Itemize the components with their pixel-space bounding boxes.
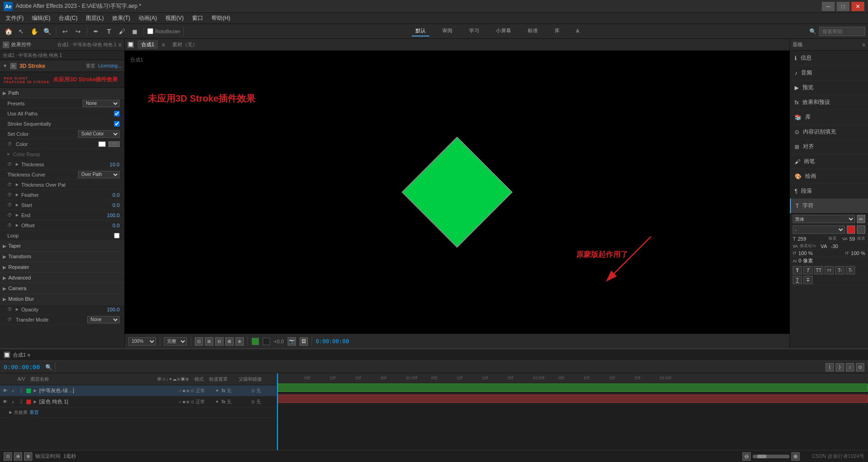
snapshot-btn[interactable]: 📷 — [288, 337, 296, 346]
layer-parent-2[interactable]: 无 — [256, 399, 275, 405]
layer-track-1[interactable]: 无 — [227, 388, 250, 394]
undo-btn[interactable]: ↩ — [60, 26, 71, 37]
collapse-top[interactable]: ▶ — [16, 182, 18, 187]
menu-view[interactable]: 视图(V) — [162, 13, 187, 23]
font-style-select[interactable]: - — [793, 225, 845, 234]
transfer-mode-select[interactable]: None — [87, 316, 120, 323]
layer-row-1[interactable]: 👁 ♪ 1 ▶ [中等灰色-绿…] ☆ ■ ⊗ ⊙ 正常 ✦ fx 无 ⊙ 无 — [0, 385, 277, 396]
layer-expand-2[interactable]: ▶ — [32, 400, 38, 404]
layer-solo-1[interactable]: ☆ — [178, 389, 182, 393]
taper-header[interactable]: ▶ Taper — [0, 241, 124, 251]
stopwatch-opacity[interactable]: ⏱ — [7, 307, 12, 312]
scale-h-val[interactable]: 100 % — [798, 250, 840, 256]
collapse-feather[interactable]: ▶ — [16, 193, 18, 197]
tl-foot-btn3[interactable]: ⊗ — [24, 452, 32, 461]
tl-btn3[interactable]: ↕ — [846, 363, 854, 371]
close-btn[interactable]: ✕ — [851, 2, 864, 11]
use-all-paths-checkbox[interactable] — [114, 111, 120, 116]
color-red-box[interactable] — [847, 225, 855, 234]
comp-tab-menu[interactable]: ≡ — [162, 42, 165, 48]
layer-row-2[interactable]: 👁 ♪ 2 ▶ [蓝色 纯色 1] ☆ ■ ⊗ ⊙ 正常 ✦ fx 无 ⊙ 无 — [0, 396, 277, 407]
stopwatch-transfer[interactable]: ⏱ — [7, 317, 12, 322]
presets-select[interactable]: None — [83, 100, 120, 107]
tl-zoom-in[interactable]: ⊕ — [791, 452, 800, 461]
tab-default[interactable]: 默认 — [412, 26, 429, 36]
roto-bezier-input[interactable] — [147, 28, 153, 34]
tl-btn2[interactable]: ⟩ — [836, 363, 844, 371]
menu-layer[interactable]: 图层(L) — [82, 13, 108, 23]
menu-effect[interactable]: 效果(T) — [108, 13, 134, 23]
strikethrough-btn[interactable]: T — [803, 276, 813, 284]
bottom-comp-tab[interactable]: 合成1 ≡ — [13, 352, 30, 359]
restore-btn[interactable]: 重置 — [30, 409, 39, 416]
stopwatch-offset[interactable]: ⏱ — [7, 223, 12, 228]
stopwatch-start[interactable]: ⏱ — [7, 202, 12, 207]
search-input[interactable] — [819, 27, 865, 36]
collapse-start[interactable]: ▶ — [16, 203, 18, 207]
redo-btn[interactable]: ↪ — [72, 26, 84, 37]
collapse-arrow[interactable]: ▼ — [3, 63, 7, 68]
transform-header[interactable]: ▶ Transform — [0, 251, 124, 261]
offset-value[interactable]: 0.0 — [113, 223, 120, 228]
exposure-btn[interactable]: ⊕ — [235, 337, 244, 346]
effects-presets-item[interactable]: fx 效果和预设 — [790, 95, 868, 110]
camera-header[interactable]: ▶ Camera — [0, 283, 124, 293]
smallcaps-btn[interactable]: TT — [825, 266, 834, 274]
brush-tool[interactable]: 🖌 — [116, 26, 127, 37]
tl-btn4[interactable]: ⊙ — [856, 363, 864, 371]
font-edit-btn[interactable]: ✏ — [857, 215, 865, 223]
tl-foot-btn2[interactable]: ⊕ — [14, 452, 22, 461]
color-options-btn[interactable]: ⋯ — [108, 141, 120, 147]
menu-help[interactable]: 帮助(H) — [208, 13, 234, 23]
layer-motion-1[interactable]: ⊗ — [186, 389, 190, 393]
roto-bezier-checkbox[interactable]: RotoBezier — [147, 28, 180, 34]
paint-item[interactable]: 🎨 绘画 — [790, 169, 868, 184]
layer-track-2[interactable]: 无 — [227, 399, 250, 405]
home-btn[interactable]: 🏠 — [3, 26, 14, 37]
color-swatch2-viewer[interactable] — [263, 338, 270, 345]
brush-item[interactable]: 🖌 画笔 — [790, 154, 868, 169]
underline-btn[interactable]: T — [793, 276, 802, 284]
right-panel-menu[interactable]: ≡ — [862, 42, 865, 48]
info-item[interactable]: ℹ 信息 — [790, 51, 868, 66]
tab-lib[interactable]: 库 — [551, 26, 563, 36]
pen-tool[interactable]: ✒ — [90, 26, 102, 37]
layer-parent-1[interactable]: 无 — [256, 388, 275, 394]
font-select[interactable]: 黑体 — [793, 215, 855, 223]
layer-solo-2[interactable]: ☆ — [178, 400, 182, 404]
snapshot-show-btn[interactable]: 🖼 — [300, 337, 308, 346]
paragraph-item[interactable]: ¶ 段落 — [790, 184, 868, 199]
maximize-btn[interactable]: □ — [837, 2, 850, 11]
set-color-select[interactable]: Solid Color — [78, 130, 120, 138]
collapse-end[interactable]: ▶ — [16, 213, 18, 217]
menu-anim[interactable]: 动画(A) — [135, 13, 161, 23]
menu-comp[interactable]: 合成(C) — [55, 13, 81, 23]
tab-a[interactable]: A — [573, 27, 583, 36]
advanced-header[interactable]: ▶ Advanced — [0, 273, 124, 283]
fit-btn[interactable]: ⊡ — [195, 337, 203, 346]
audio-item[interactable]: ♪ 音频 — [790, 66, 868, 80]
layer-adjust-2[interactable]: ⊙ — [191, 400, 194, 404]
tab-standard[interactable]: 标准 — [524, 26, 542, 36]
cursor-btn[interactable]: ↖ — [16, 26, 27, 37]
thickness-value[interactable]: 10.0 — [110, 162, 120, 167]
sub-btn[interactable]: Tr — [846, 266, 855, 274]
allcaps-btn[interactable]: TT — [814, 266, 823, 274]
repeater-header[interactable]: ▶ Repeater — [0, 262, 124, 272]
layer-adjust-1[interactable]: ⊙ — [191, 389, 194, 393]
grid-btn[interactable]: ⊟ — [215, 337, 223, 346]
text-tool[interactable]: T — [103, 26, 115, 37]
italic-btn[interactable]: T — [803, 266, 813, 274]
stopwatch-thickness[interactable]: ⏱ — [7, 162, 12, 167]
safe-zones-btn[interactable]: ⊞ — [205, 337, 213, 346]
motion-blur-header[interactable]: ▶ Motion Blur — [0, 294, 124, 304]
color-box-2[interactable] — [857, 225, 865, 234]
opacity-value[interactable]: 100.0 — [107, 307, 120, 312]
preview-item[interactable]: ▶ 预览 — [790, 80, 868, 95]
stopwatch-top[interactable]: ⏱ — [7, 182, 12, 187]
quality-select[interactable]: 完整 — [164, 337, 187, 346]
layer-name-2[interactable]: [蓝色 纯色 1] — [39, 398, 177, 405]
reset-text[interactable]: 重置 — [86, 63, 95, 69]
tl-timecode[interactable]: 0:00:00:00 — [4, 364, 40, 371]
thickness-curve-select[interactable]: Over Path — [78, 171, 120, 178]
